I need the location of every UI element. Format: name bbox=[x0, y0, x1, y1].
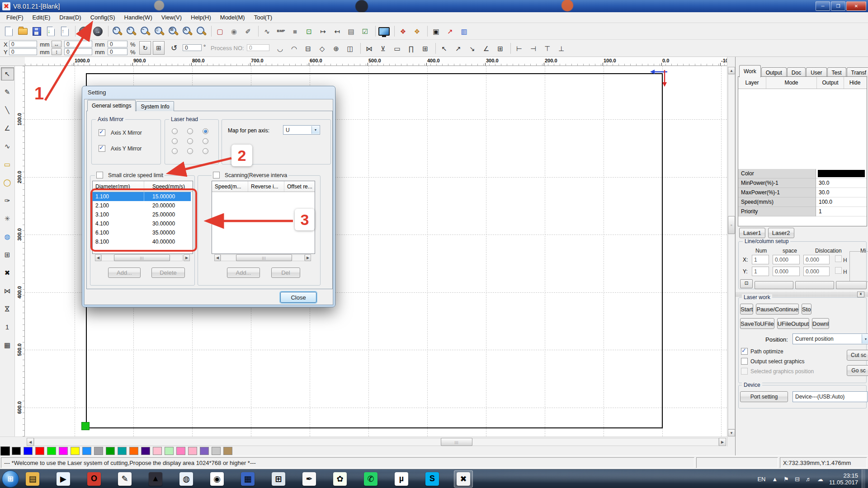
align-left-icon[interactable]: ⊢ bbox=[513, 42, 525, 55]
node-edit-tool-icon[interactable]: ✎ bbox=[1, 85, 14, 99]
laser-head-radio[interactable] bbox=[187, 148, 193, 154]
scroll-right-button[interactable]: ▶ bbox=[184, 254, 190, 261]
table-header-cell[interactable]: Reverse i... bbox=[248, 181, 284, 192]
lock-height-button[interactable]: ↕ bbox=[52, 48, 61, 55]
smooth-curve-icon[interactable]: ◡ bbox=[274, 42, 286, 55]
table-row[interactable]: 6.100 35.00000 bbox=[93, 228, 193, 237]
camera-icon[interactable]: ▣ bbox=[430, 25, 442, 38]
corner-tl-icon[interactable]: ↖ bbox=[438, 42, 450, 55]
scroll-thumb[interactable]: ≡ bbox=[728, 216, 735, 234]
scroll-right-button[interactable]: ▶ bbox=[305, 254, 311, 261]
zoom-select-icon[interactable]: A bbox=[181, 25, 193, 38]
corner-br-icon[interactable]: ↘ bbox=[466, 42, 478, 55]
taskbar-notes-icon[interactable]: ✿ bbox=[331, 471, 349, 487]
laser-head-radio[interactable] bbox=[187, 128, 193, 134]
start-button[interactable]: ⊞ bbox=[2, 470, 19, 488]
dimension-tool-icon[interactable]: 1 bbox=[1, 320, 14, 333]
menu-item[interactable]: Handle(W) bbox=[120, 13, 157, 22]
small-circle-checkbox[interactable] bbox=[96, 172, 103, 178]
palette-swatch[interactable] bbox=[153, 447, 162, 455]
table-header-cell[interactable]: Offset re... bbox=[284, 181, 314, 192]
offset-poly-icon[interactable]: ◫ bbox=[344, 42, 356, 55]
layer-header-cell[interactable]: Layer bbox=[738, 77, 766, 89]
tray-volume-icon[interactable]: ♬ bbox=[806, 476, 811, 483]
stub-button[interactable] bbox=[795, 281, 834, 289]
zoom-pan-icon[interactable]: + bbox=[111, 25, 123, 38]
align-top-icon[interactable]: ⊤ bbox=[541, 42, 553, 55]
del-button[interactable]: Del bbox=[271, 267, 300, 278]
taskbar-rdworks-icon[interactable]: ✖ bbox=[454, 470, 473, 488]
menu-item[interactable]: Edit(E) bbox=[28, 13, 55, 22]
v-space-icon[interactable]: ↤ bbox=[331, 25, 343, 38]
palette-swatch[interactable] bbox=[35, 447, 44, 455]
panel-tab[interactable]: Output bbox=[761, 67, 787, 77]
preview-monitor-icon[interactable] bbox=[378, 25, 390, 38]
height-field[interactable]: 0 bbox=[64, 48, 92, 55]
toolbar-icon[interactable] bbox=[75, 26, 75, 37]
scroll-track[interactable] bbox=[728, 74, 735, 429]
property-row[interactable]: MaxPower(%)-1 30.0 bbox=[738, 188, 867, 197]
mirror-v-tool-icon[interactable]: ⋈ bbox=[1, 302, 14, 315]
taskbar-browser-icon[interactable]: ◍ bbox=[177, 471, 195, 487]
taskbar-editor-icon[interactable]: ✒ bbox=[300, 471, 318, 487]
toolbar-icon[interactable] bbox=[394, 26, 395, 37]
width-percent-field[interactable]: 0 bbox=[108, 41, 127, 47]
zoom-page-icon[interactable]: ▯ bbox=[153, 25, 165, 38]
device-combo[interactable]: Device---(USB:Auto) bbox=[793, 391, 868, 402]
pick-point-icon[interactable]: ◉ bbox=[228, 25, 240, 38]
save-file-icon[interactable] bbox=[31, 25, 43, 38]
layer-header-cell[interactable]: Output bbox=[817, 77, 844, 89]
toolbar-icon[interactable] bbox=[211, 26, 212, 37]
maximize-button[interactable]: ❐ bbox=[831, 1, 845, 11]
dislocation-field[interactable]: 0.000 bbox=[803, 267, 830, 276]
rotate-angle-icon[interactable]: ∠ bbox=[480, 42, 492, 55]
corner-tr-icon[interactable]: ↗ bbox=[452, 42, 464, 55]
taskbar-mediaplayer-icon[interactable]: ▶ bbox=[54, 471, 72, 487]
minimize-button[interactable]: ─ bbox=[816, 1, 830, 11]
position-combo[interactable]: Current position ▼ bbox=[793, 333, 868, 344]
align-bottom-icon[interactable]: ⊥ bbox=[555, 42, 567, 55]
select-rect-icon[interactable]: ▢ bbox=[214, 25, 226, 38]
palette-swatch[interactable] bbox=[212, 447, 221, 455]
scroll-right-button[interactable]: ▶ bbox=[719, 438, 726, 446]
palette-swatch[interactable] bbox=[59, 447, 68, 455]
table-row[interactable]: 8.100 40.00000 bbox=[93, 237, 193, 246]
intersect-icon[interactable]: ∏ bbox=[405, 42, 417, 55]
output-check-icon[interactable]: ☑ bbox=[359, 25, 371, 38]
zoom-in-icon[interactable]: + bbox=[125, 25, 137, 38]
process-no-field[interactable]: 0 bbox=[247, 44, 269, 51]
table-header-cell[interactable]: Speed(mm/s) bbox=[144, 181, 191, 192]
table-header-cell[interactable]: Diameter(mm) bbox=[93, 181, 144, 192]
select-tool-icon[interactable]: ↖ bbox=[1, 67, 14, 80]
array-preview-button[interactable]: ⊡ bbox=[740, 279, 753, 288]
add-button[interactable]: Add... bbox=[108, 267, 141, 278]
toolbar-icon[interactable] bbox=[258, 26, 259, 37]
palette-swatch[interactable] bbox=[47, 447, 56, 455]
paste-transform-button[interactable]: ↻ bbox=[139, 41, 151, 55]
bmp-icon[interactable]: BMP bbox=[275, 25, 287, 38]
pen-icon[interactable]: ✐ bbox=[242, 25, 254, 38]
taskbar-paint-icon[interactable]: ✎ bbox=[116, 471, 134, 487]
scroll-thumb[interactable]: ||| bbox=[236, 254, 292, 261]
stub-button[interactable] bbox=[755, 281, 793, 289]
rotate-angle-field[interactable]: 0 bbox=[183, 44, 202, 51]
palette-swatch[interactable] bbox=[200, 447, 209, 455]
toolbar-icon[interactable] bbox=[360, 43, 361, 54]
table-row[interactable]: 1.100 15.00000 bbox=[93, 192, 193, 201]
tray-update-icon[interactable]: ☁ bbox=[817, 476, 823, 483]
height-percent-field[interactable]: 0 bbox=[108, 48, 127, 55]
new-file-icon[interactable] bbox=[3, 25, 15, 38]
num-field[interactable]: 1 bbox=[752, 255, 769, 264]
taskbar-skype-icon[interactable]: S bbox=[423, 471, 441, 487]
palette-swatch[interactable] bbox=[106, 447, 115, 455]
curve-icon[interactable]: ∿ bbox=[261, 25, 273, 38]
palette-swatch[interactable] bbox=[129, 447, 138, 455]
table-header-cell[interactable]: Speed(m... bbox=[212, 181, 248, 192]
space-field[interactable]: 0.000 bbox=[773, 267, 800, 276]
palette-swatch[interactable] bbox=[165, 447, 174, 455]
taskbar-utorrent-icon[interactable]: µ bbox=[392, 471, 410, 487]
undo-icon[interactable]: ← bbox=[78, 25, 90, 38]
layer-header-cell[interactable]: Hide bbox=[844, 77, 866, 89]
node-add-icon[interactable]: ⊕ bbox=[330, 42, 342, 55]
add-button[interactable]: Add... bbox=[227, 267, 260, 278]
